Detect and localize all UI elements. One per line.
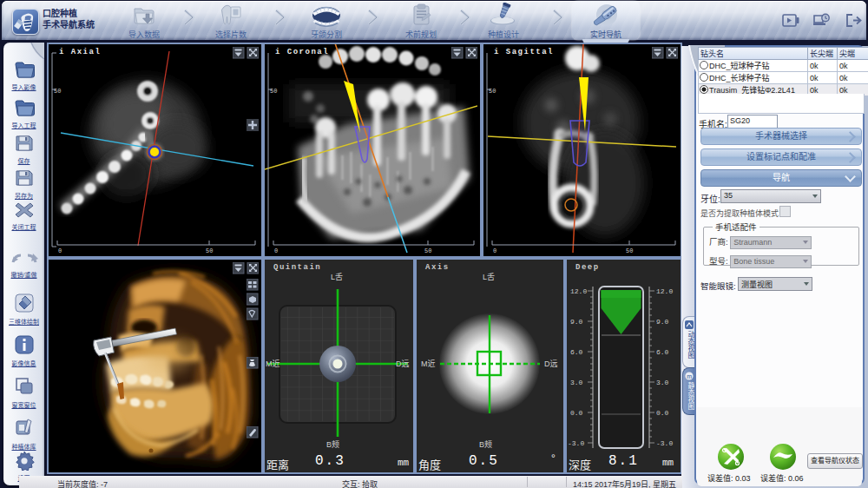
svg-text:0.0: 0.0 (656, 409, 669, 417)
svg-text:12.0: 12.0 (570, 287, 587, 295)
svg-text:m: m (687, 373, 692, 379)
svg-text:50: 50 (270, 88, 277, 95)
svg-text:9.0: 9.0 (656, 318, 669, 326)
svg-text:3.0: 3.0 (656, 379, 669, 386)
svg-text:50: 50 (626, 247, 633, 254)
svg-text:6.0: 6.0 (570, 348, 583, 356)
svg-text:9.0: 9.0 (570, 318, 583, 326)
svg-text:0: 0 (274, 247, 278, 254)
svg-text:0.0: 0.0 (570, 409, 583, 417)
svg-text:-3.0: -3.0 (568, 439, 584, 447)
svg-text:50: 50 (424, 247, 431, 254)
svg-text:12.0: 12.0 (656, 287, 673, 295)
svg-text:50: 50 (54, 88, 61, 95)
svg-text:50: 50 (489, 88, 496, 95)
svg-text:50: 50 (206, 247, 213, 254)
svg-text:-3.0: -3.0 (656, 439, 673, 447)
svg-text:0: 0 (58, 247, 62, 254)
svg-text:3.0: 3.0 (570, 379, 583, 386)
svg-text:0: 0 (493, 247, 496, 254)
svg-text:6.0: 6.0 (656, 348, 669, 356)
